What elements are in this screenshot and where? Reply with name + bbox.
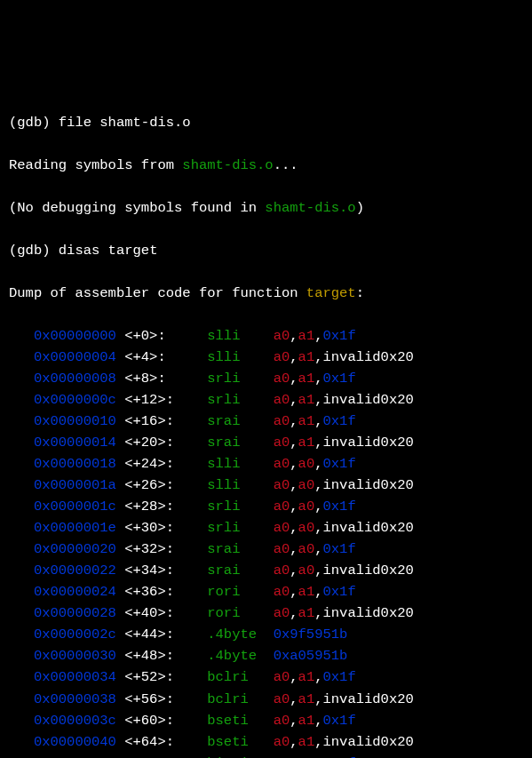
addr: 0x0000002c xyxy=(34,626,116,642)
op-reg: a1 xyxy=(298,734,315,750)
addr: 0x0000001c xyxy=(34,499,116,515)
op-reg: a1 xyxy=(298,713,315,729)
raw-bytes: 0x9f5951b xyxy=(274,626,348,642)
addr: 0x00000010 xyxy=(34,413,116,429)
asm-row: 0x00000018 <+24>: slli a0,a0,0x1f xyxy=(9,453,523,475)
op-reg: a0 xyxy=(298,563,315,578)
addr: 0x00000024 xyxy=(34,584,116,600)
mnemonic: bseti xyxy=(207,713,273,729)
offset: <+48>: xyxy=(124,648,207,664)
mnemonic: srai xyxy=(207,563,273,578)
asm-row: 0x0000003c <+60>: bseti a0,a1,0x1f xyxy=(9,710,523,731)
offset: <+32>: xyxy=(124,541,207,557)
offset: <+60>: xyxy=(124,713,207,729)
op-reg: a0 xyxy=(274,691,290,707)
addr: 0x0000003c xyxy=(34,713,116,729)
offset: <+24>: xyxy=(124,456,207,472)
addr: 0x00000028 xyxy=(34,605,116,621)
mnemonic: .4byte xyxy=(207,626,273,642)
op-reg: a0 xyxy=(274,392,290,408)
op-reg: a1 xyxy=(298,371,315,387)
mnemonic: binvi xyxy=(207,755,273,758)
op-reg: a1 xyxy=(298,349,315,365)
op-reg: a0 xyxy=(274,435,290,451)
mnemonic: slli xyxy=(207,477,273,493)
offset: <+30>: xyxy=(124,520,207,536)
op-reg: a0 xyxy=(298,541,315,557)
op-imm: 0x1f xyxy=(323,669,356,685)
mnemonic: bclri xyxy=(207,691,273,707)
op-imm: 0x1f xyxy=(323,713,356,729)
offset: <+52>: xyxy=(124,669,207,685)
mnemonic: bclri xyxy=(207,669,273,685)
addr: 0x00000040 xyxy=(34,734,116,750)
offset: <+0>: xyxy=(124,328,207,344)
op-reg: a1 xyxy=(298,584,315,600)
mnemonic: srli xyxy=(207,392,273,408)
addr: 0x00000044 xyxy=(34,755,116,758)
op-reg: a1 xyxy=(298,328,315,344)
op-reg: a0 xyxy=(298,477,315,493)
op-reg: a0 xyxy=(274,477,290,493)
cmd-line-file: (gdb) file shamt-dis.o xyxy=(9,112,523,133)
op-reg: a0 xyxy=(274,413,290,429)
op-imm: invalid0x20 xyxy=(323,435,414,451)
addr: 0x00000038 xyxy=(34,691,116,707)
op-reg: a0 xyxy=(274,328,290,344)
asm-row: 0x00000014 <+20>: srai a0,a1,invalid0x20 xyxy=(9,432,523,453)
cmd-line-disas: (gdb) disas target xyxy=(9,240,523,261)
mnemonic: srli xyxy=(207,371,273,387)
terminal-output: (gdb) file shamt-dis.o Reading symbols f… xyxy=(9,91,523,758)
reading-line: Reading symbols from shamt-dis.o... xyxy=(9,155,523,176)
mnemonic: srai xyxy=(207,541,273,557)
op-reg: a0 xyxy=(298,520,315,536)
mnemonic: srai xyxy=(207,413,273,429)
offset: <+36>: xyxy=(124,584,207,600)
addr: 0x0000000c xyxy=(34,392,116,408)
op-imm: 0x1f xyxy=(323,328,356,344)
op-reg: a0 xyxy=(274,605,290,621)
op-reg: a1 xyxy=(298,435,315,451)
asm-row: 0x0000001c <+28>: srli a0,a0,0x1f xyxy=(9,496,523,517)
op-reg: a1 xyxy=(298,755,315,758)
dump-header: Dump of assembler code for function targ… xyxy=(9,283,523,304)
offset: <+8>: xyxy=(124,371,207,387)
op-imm: 0x1f xyxy=(323,371,356,387)
op-reg: a0 xyxy=(298,456,315,472)
asm-row: 0x00000030 <+48>: .4byte 0xa05951b xyxy=(9,645,523,666)
op-imm: invalid0x20 xyxy=(323,520,414,536)
op-reg: a0 xyxy=(274,520,290,536)
offset: <+28>: xyxy=(124,499,207,515)
op-reg: a0 xyxy=(298,499,315,515)
mnemonic: slli xyxy=(207,328,273,344)
op-imm: invalid0x20 xyxy=(323,477,414,493)
asm-row: 0x0000000c <+12>: srli a0,a1,invalid0x20 xyxy=(9,389,523,411)
op-imm: 0x1f xyxy=(323,541,356,557)
addr: 0x00000014 xyxy=(34,435,116,451)
asm-row: 0x00000008 <+8>: srli a0,a1,0x1f xyxy=(9,368,523,389)
addr: 0x00000018 xyxy=(34,456,116,472)
op-reg: a0 xyxy=(274,713,290,729)
offset: <+26>: xyxy=(124,477,207,493)
op-reg: a1 xyxy=(298,605,315,621)
offset: <+56>: xyxy=(124,691,207,707)
op-imm: 0x1f xyxy=(323,755,356,758)
offset: <+12>: xyxy=(124,392,207,408)
asm-row: 0x00000038 <+56>: bclri a0,a1,invalid0x2… xyxy=(9,689,523,710)
op-reg: a0 xyxy=(274,734,290,750)
op-reg: a0 xyxy=(274,541,290,557)
op-reg: a0 xyxy=(274,669,290,685)
op-reg: a1 xyxy=(298,413,315,429)
addr: 0x0000001e xyxy=(34,520,116,536)
mnemonic: slli xyxy=(207,349,273,365)
op-reg: a1 xyxy=(298,669,315,685)
op-reg: a0 xyxy=(274,456,290,472)
asm-row: 0x00000024 <+36>: rori a0,a1,0x1f xyxy=(9,581,523,602)
op-imm: 0x1f xyxy=(323,584,356,600)
op-imm: 0x1f xyxy=(323,499,356,515)
op-imm: invalid0x20 xyxy=(323,563,414,578)
offset: <+20>: xyxy=(124,435,207,451)
addr: 0x00000008 xyxy=(34,371,116,387)
offset: <+40>: xyxy=(124,605,207,621)
asm-row: 0x00000004 <+4>: slli a0,a1,invalid0x20 xyxy=(9,347,523,368)
